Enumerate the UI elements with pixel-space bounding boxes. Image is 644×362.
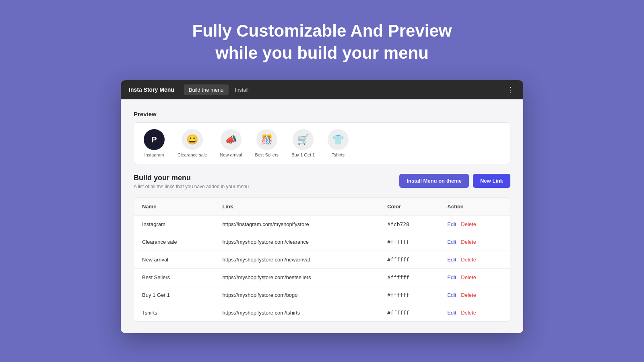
preview-icon-newarrival: 📣 xyxy=(221,129,242,150)
cell-action-0: Edit Delete xyxy=(439,216,510,233)
table-row: Clearance sale https://myshopifystore.co… xyxy=(134,233,510,251)
delete-button-2[interactable]: Delete xyxy=(461,257,476,263)
preview-item-newarrival: 📣 New arrival xyxy=(220,129,242,157)
cell-link-0: https://instagram.com/myshopifystore xyxy=(214,216,379,233)
delete-button-1[interactable]: Delete xyxy=(461,239,476,245)
cell-action-4: Edit Delete xyxy=(439,286,510,304)
menu-table: Name Link Color Action Instagram https:/… xyxy=(134,198,510,321)
preview-icon-bogo: 🛒 xyxy=(293,129,314,150)
preview-label-bestsellers: Best Sellers xyxy=(255,152,279,157)
install-menu-button[interactable]: Install Menu on theme xyxy=(399,174,469,188)
cell-link-2: https://myshopifystore.com/newarrival xyxy=(214,251,379,269)
cell-action-5: Edit Delete xyxy=(439,304,510,322)
preview-label: Preview xyxy=(134,111,510,117)
new-link-button[interactable]: New Link xyxy=(473,174,510,188)
cell-link-5: https://myshopifystore.com/tshirts xyxy=(214,304,379,322)
preview-item-tshirts: 👕 Tshirts xyxy=(328,129,349,157)
cell-name-1: Clearance sale xyxy=(134,233,214,251)
cell-link-1: https://myshopifystore.com/clearance xyxy=(214,233,379,251)
col-header-name: Name xyxy=(134,198,214,216)
preview-label-newarrival: New arrival xyxy=(220,152,242,157)
cell-color-0: #fcb728 xyxy=(379,216,439,233)
build-title: Build your menu xyxy=(134,174,249,182)
cell-name-2: New arrival xyxy=(134,251,214,269)
edit-button-3[interactable]: Edit xyxy=(447,274,456,280)
col-header-color: Color xyxy=(379,198,439,216)
titlebar: Insta Story Menu Build the menu Install … xyxy=(121,80,523,99)
table-row: New arrival https://myshopifystore.com/n… xyxy=(134,251,510,269)
preview-item-instagram: P Instagram xyxy=(144,129,165,157)
delete-button-0[interactable]: Delete xyxy=(461,221,476,227)
nav-build-menu[interactable]: Build the menu xyxy=(184,84,229,95)
table-row: Buy 1 Get 1 https://myshopifystore.com/b… xyxy=(134,286,510,304)
preview-label-tshirts: Tshirts xyxy=(332,152,345,157)
cell-name-4: Buy 1 Get 1 xyxy=(134,286,214,304)
preview-label-bogo: Buy 1 Get 1 xyxy=(291,152,315,157)
delete-button-5[interactable]: Delete xyxy=(461,310,476,316)
preview-label-instagram: Instagram xyxy=(144,152,164,157)
build-header: Build your menu A list of all the links … xyxy=(134,174,510,189)
table-row: Tshirts https://myshopifystore.com/tshir… xyxy=(134,304,510,322)
preview-icon-bestsellers: 🎊 xyxy=(256,129,277,150)
cell-action-3: Edit Delete xyxy=(439,269,510,286)
preview-icon-clearance: 😀 xyxy=(182,129,203,150)
preview-label-clearance: Clearance sale xyxy=(178,152,207,157)
preview-item-bogo: 🛒 Buy 1 Get 1 xyxy=(291,129,315,157)
col-header-link: Link xyxy=(214,198,379,216)
preview-bar: P Instagram 😀 Clearance sale 📣 New arriv… xyxy=(134,122,510,164)
cell-link-3: https://myshopifystore.com/bestsellers xyxy=(214,269,379,286)
cell-color-3: #ffffff xyxy=(379,269,439,286)
nav-install[interactable]: Install xyxy=(230,84,254,95)
delete-button-4[interactable]: Delete xyxy=(461,292,476,298)
build-actions: Install Menu on theme New Link xyxy=(399,174,510,188)
menu-table-container: Name Link Color Action Instagram https:/… xyxy=(134,197,510,322)
app-logo: Insta Story Menu xyxy=(129,86,174,93)
table-row: Best Sellers https://myshopifystore.com/… xyxy=(134,269,510,286)
cell-color-5: #ffffff xyxy=(379,304,439,322)
edit-button-2[interactable]: Edit xyxy=(447,257,456,263)
build-subtitle: A list of all the links that you have ad… xyxy=(134,184,249,189)
cell-name-0: Instagram xyxy=(134,216,214,233)
preview-icon-tshirts: 👕 xyxy=(328,129,349,150)
preview-item-clearance: 😀 Clearance sale xyxy=(178,129,207,157)
preview-item-bestsellers: 🎊 Best Sellers xyxy=(255,129,279,157)
cell-color-1: #ffffff xyxy=(379,233,439,251)
table-header-row: Name Link Color Action xyxy=(134,198,510,216)
cell-color-4: #ffffff xyxy=(379,286,439,304)
edit-button-4[interactable]: Edit xyxy=(447,292,456,298)
delete-button-3[interactable]: Delete xyxy=(461,274,476,280)
edit-button-5[interactable]: Edit xyxy=(447,310,456,316)
edit-button-1[interactable]: Edit xyxy=(447,239,456,245)
cell-name-3: Best Sellers xyxy=(134,269,214,286)
app-window: Insta Story Menu Build the menu Install … xyxy=(121,80,523,333)
build-title-group: Build your menu A list of all the links … xyxy=(134,174,249,189)
content-area: Preview P Instagram 😀 Clearance sale 📣 N… xyxy=(121,99,523,333)
more-options-icon[interactable]: ⋮ xyxy=(506,85,515,95)
col-header-action: Action xyxy=(439,198,510,216)
table-row: Instagram https://instagram.com/myshopif… xyxy=(134,216,510,233)
hero-title: Fully Customizable And Preview while you… xyxy=(192,20,452,64)
cell-color-2: #ffffff xyxy=(379,251,439,269)
cell-action-1: Edit Delete xyxy=(439,233,510,251)
cell-name-5: Tshirts xyxy=(134,304,214,322)
cell-link-4: https://myshopifystore.com/bogo xyxy=(214,286,379,304)
preview-icon-instagram: P xyxy=(144,129,165,150)
edit-button-0[interactable]: Edit xyxy=(447,221,456,227)
cell-action-2: Edit Delete xyxy=(439,251,510,269)
titlebar-nav: Build the menu Install xyxy=(184,84,254,95)
